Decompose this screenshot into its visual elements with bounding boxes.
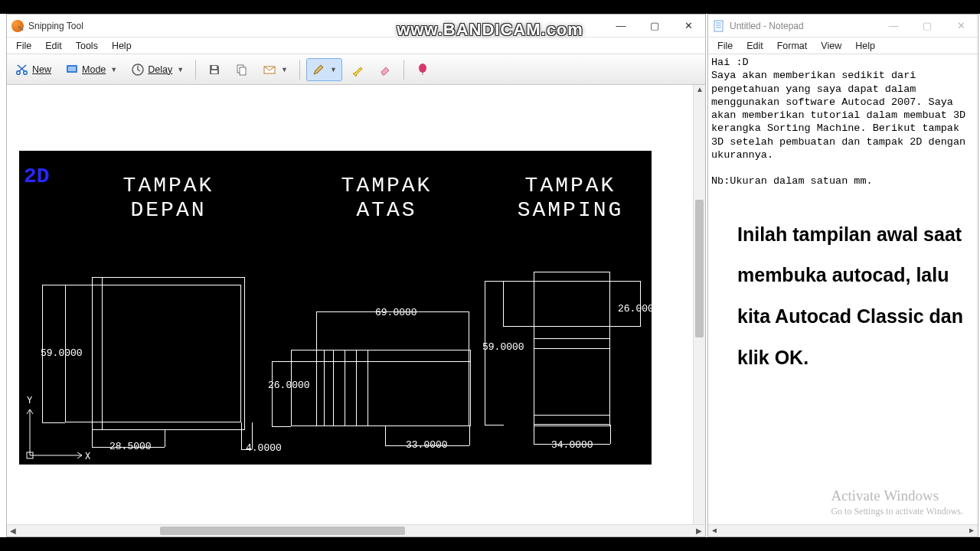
cad-line	[534, 425, 534, 444]
menu-edit[interactable]: Edit	[742, 39, 768, 53]
highlighter-button[interactable]	[345, 58, 370, 81]
scissors-icon	[15, 63, 29, 77]
maximize-button[interactable]: ▢	[910, 15, 944, 37]
horizontal-scrollbar[interactable]: ◀ ▶	[708, 524, 978, 536]
pen-button[interactable]: ▼	[306, 58, 342, 81]
activate-title: Activate Windows	[831, 487, 963, 504]
dim-33: 33.0000	[406, 440, 448, 450]
notepad-titlebar[interactable]: Untitled - Notepad — ▢ ✕	[708, 15, 978, 37]
cad-line	[102, 277, 103, 430]
toolbar-separator	[403, 60, 404, 80]
snip-title-text: Snipping Tool	[28, 21, 83, 31]
axis-icon	[22, 403, 91, 465]
dim-26-samping: 26.0000	[618, 304, 660, 314]
autocad-screenshot: 2D TAMPAK DEPAN TAMPAK ATAS TAMPAK SAMPI…	[19, 151, 652, 465]
menu-file[interactable]: File	[11, 39, 36, 53]
menu-file[interactable]: File	[713, 39, 737, 53]
activate-subtitle: Go to Settings to activate Windows.	[831, 506, 963, 517]
svg-point-10	[419, 64, 426, 73]
scroll-right-icon[interactable]: ▶	[965, 525, 978, 536]
cad-line	[385, 426, 386, 445]
cad-line	[333, 350, 334, 426]
scroll-up-icon[interactable]: ▲	[694, 85, 705, 97]
scroll-left-icon[interactable]: ◀	[7, 525, 19, 536]
dim-34: 34.0000	[551, 440, 593, 450]
new-button[interactable]: New	[10, 58, 57, 81]
delay-label: Delay	[148, 64, 172, 75]
mode-icon	[65, 63, 79, 77]
snip-toolbar: New Mode ▼ Delay ▼	[7, 54, 705, 85]
toolbar-separator	[299, 60, 300, 80]
close-button[interactable]: ✕	[671, 15, 705, 37]
notepad-icon	[713, 20, 725, 32]
eraser-icon	[378, 63, 392, 77]
notepad-body-text: Hai :D Saya akan memberikan sedikit dari…	[711, 56, 975, 188]
chevron-down-icon: ▼	[177, 66, 184, 73]
cad-line	[485, 425, 504, 425]
close-button[interactable]: ✕	[944, 15, 978, 37]
cad-line	[272, 361, 291, 362]
svg-rect-12	[714, 21, 723, 31]
cad-line	[368, 350, 368, 426]
snipping-tool-window: Snipping Tool — ▢ ✕ File Edit Tools Help…	[6, 14, 706, 537]
cad-line	[272, 426, 291, 427]
clock-icon	[131, 63, 145, 77]
cad-line	[165, 430, 165, 447]
notepad-window: Untitled - Notepad — ▢ ✕ File Edit Forma…	[707, 14, 978, 537]
mode-button[interactable]: Mode ▼	[60, 58, 122, 81]
snip-content-area: 2D TAMPAK DEPAN TAMPAK ATAS TAMPAK SAMPI…	[7, 85, 705, 536]
cad-line	[356, 350, 357, 426]
svg-rect-3	[68, 67, 76, 71]
svg-rect-8	[240, 67, 246, 75]
notepad-text-area[interactable]: Hai :D Saya akan memberikan sedikit dari…	[708, 54, 978, 536]
delay-button[interactable]: Delay ▼	[126, 58, 189, 81]
horizontal-scrollbar[interactable]: ◀ ▶	[7, 524, 705, 536]
scroll-left-icon[interactable]: ◀	[708, 525, 720, 536]
send-button[interactable]: ▼	[257, 58, 293, 81]
view-label-depan: TAMPAK DEPAN	[92, 174, 245, 223]
balloon-icon	[416, 63, 430, 77]
chevron-down-icon: ▼	[330, 66, 337, 73]
maximize-button[interactable]: ▢	[638, 15, 671, 37]
overlay-instruction-text: Inilah tampilan awal saat membuka autoca…	[711, 214, 975, 379]
cad-line	[345, 350, 345, 426]
dim-4: 4.0000	[246, 443, 282, 453]
svg-rect-6	[212, 66, 217, 69]
pen-icon	[312, 63, 325, 77]
eraser-button[interactable]	[373, 58, 397, 81]
cad-line	[485, 281, 504, 282]
save-button[interactable]	[202, 58, 227, 81]
dim-59-depan: 59.0000	[41, 348, 83, 358]
cad-line	[469, 426, 470, 445]
floppy-icon	[207, 63, 221, 77]
menu-help[interactable]: Help	[107, 39, 136, 53]
snipping-tool-icon	[11, 20, 24, 32]
dim-69: 69.0000	[375, 308, 417, 318]
minimize-button[interactable]: —	[877, 15, 910, 37]
cad-line	[534, 338, 610, 339]
view-label-atas: TAMPAK ATAS	[310, 174, 463, 223]
scroll-thumb[interactable]	[160, 527, 405, 535]
cad-line	[92, 430, 93, 447]
copy-button[interactable]	[230, 58, 254, 81]
menu-view[interactable]: View	[816, 39, 846, 53]
mode-label: Mode	[82, 64, 106, 75]
menu-help[interactable]: Help	[851, 39, 880, 53]
snip-titlebar[interactable]: Snipping Tool — ▢ ✕	[7, 15, 705, 37]
minimize-button[interactable]: —	[604, 15, 638, 37]
menu-tools[interactable]: Tools	[71, 39, 103, 53]
dim-28_5: 28.5000	[109, 442, 152, 452]
dim-26-atas: 26.0000	[268, 380, 310, 390]
cad-line	[42, 285, 65, 285]
cad-corner-label: 2D	[24, 166, 50, 187]
vertical-scrollbar[interactable]: ▲ ▼	[693, 85, 705, 536]
chevron-down-icon: ▼	[281, 66, 288, 73]
menu-format[interactable]: Format	[773, 39, 812, 53]
activate-windows-watermark: Activate Windows Go to Settings to activ…	[831, 487, 963, 517]
scroll-right-icon[interactable]: ▶	[693, 525, 705, 536]
copy-icon	[235, 63, 249, 77]
menu-edit[interactable]: Edit	[41, 39, 67, 53]
cad-line	[272, 361, 273, 426]
scroll-thumb[interactable]	[695, 200, 704, 337]
balloon-button[interactable]	[410, 58, 435, 81]
